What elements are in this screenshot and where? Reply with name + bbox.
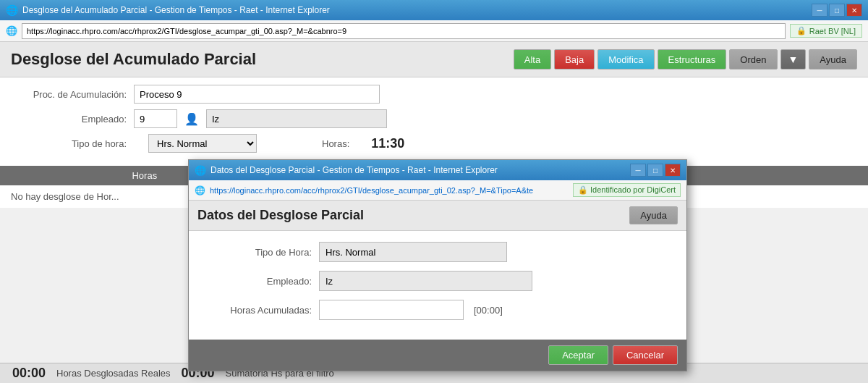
- dialog-title-bar: 🌐 Datos del Desglose Parcial - Gestion d…: [189, 160, 686, 180]
- dialog-close-button[interactable]: ✕: [665, 164, 681, 177]
- dialog-empleado-row: Empleado:: [203, 271, 672, 291]
- dialog-tipo-hora-label: Tipo de Hora:: [203, 247, 312, 258]
- dialog-content: Datos del Desglose Parcial Ayuda Tipo de…: [189, 201, 686, 371]
- dialog-url: https://loginacc.rhpro.com/acc/rhprox2/G…: [210, 186, 569, 195]
- dialog-lock-icon: 🔒: [578, 185, 588, 194]
- dialog-horas-label: Horas Acumuladas:: [203, 305, 312, 316]
- dialog-window-title: Datos del Desglose Parcial - Gestion de …: [210, 165, 630, 175]
- dialog-horas-row: Horas Acumuladas: [00:00]: [203, 300, 672, 320]
- dialog-horas-fixed: [00:00]: [474, 305, 503, 316]
- dialog-empleado-input[interactable]: [319, 271, 532, 291]
- dialog-secure-badge: 🔒 Identificado por DigiCert: [573, 183, 681, 197]
- dialog-tipo-hora-input[interactable]: [319, 242, 507, 262]
- dialog-window-controls: ─ □ ✕: [630, 164, 681, 177]
- aceptar-button[interactable]: Aceptar: [548, 345, 608, 365]
- dialog-page-header: Datos del Desglose Parcial Ayuda: [189, 201, 686, 231]
- dialog-ie-icon: 🌐: [195, 165, 206, 176]
- dialog-form: Tipo de Hora: Empleado: Horas Acumuladas…: [189, 231, 686, 340]
- dialog-secure-text: Identificado por DigiCert: [590, 185, 676, 194]
- dialog-minimize-button[interactable]: ─: [630, 164, 646, 177]
- dialog-address-bar: 🌐 https://loginacc.rhpro.com/acc/rhprox2…: [189, 180, 686, 201]
- dialog-ayuda-button[interactable]: Ayuda: [629, 206, 678, 224]
- dialog-tipo-hora-row: Tipo de Hora:: [203, 242, 672, 262]
- dialog-overlay: 🌐 Datos del Desglose Parcial - Gestion d…: [0, 0, 868, 383]
- dialog-window: 🌐 Datos del Desglose Parcial - Gestion d…: [188, 159, 687, 371]
- dialog-address-ie-icon: 🌐: [195, 185, 205, 195]
- dialog-maximize-button[interactable]: □: [647, 164, 663, 177]
- dialog-footer: Aceptar Cancelar: [189, 340, 686, 371]
- dialog-horas-input[interactable]: [319, 300, 464, 320]
- dialog-page-title: Datos del Desglose Parcial: [197, 208, 364, 223]
- dialog-empleado-label: Empleado:: [203, 276, 312, 287]
- cancelar-button[interactable]: Cancelar: [613, 345, 678, 365]
- main-window: 🌐 Desglose del Acumulado Parcial - Gesti…: [0, 0, 868, 383]
